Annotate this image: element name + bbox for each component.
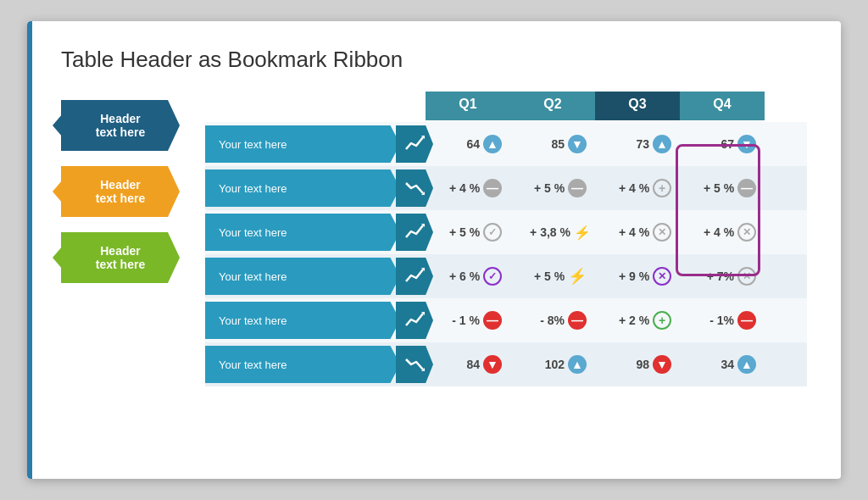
plus-green-icon: +	[653, 311, 671, 330]
table-row: Your text here 64 ▲ 85	[205, 122, 807, 166]
x-purple-icon: ✕	[653, 267, 671, 286]
cells-6: 84 ▼ 102 ▲ 98 ▼ 34 ▲	[433, 355, 807, 374]
cell-5-2: - 8% —	[518, 311, 603, 330]
cell-6-1: 84 ▼	[433, 355, 518, 374]
cell-2-3: + 4 % +	[603, 179, 687, 197]
cells-1: 64 ▲ 85 ▼ 73 ▲ 67 ▼	[433, 135, 807, 153]
content-area: Headertext here Headertext here Headerte…	[61, 92, 807, 386]
down-icon: ▼	[737, 135, 756, 153]
table-row: Your text here - 1 % — - 8%	[205, 298, 807, 342]
q2-header: Q2	[510, 92, 595, 120]
cell-6-4: 34 ▲	[687, 355, 772, 374]
cell-2-1: + 4 % —	[433, 179, 518, 197]
up-blue-icon: ▲	[568, 355, 587, 374]
down-red-icon: ▼	[653, 355, 671, 374]
cell-5-3: + 2 % +	[603, 311, 687, 330]
cell-1-3: 73 ▲	[603, 135, 687, 153]
row-label-5: Your text here	[205, 302, 400, 339]
cells-2: + 4 % — + 5 % — + 4 % + + 5 %	[433, 179, 807, 197]
cells-3: + 5 % ✓ + 3,8 % ⚡ + 4 % ✕ + 4 %	[433, 223, 807, 242]
cell-1-2: 85 ▼	[518, 135, 603, 153]
cell-4-3: + 9 % ✕	[603, 267, 687, 286]
q4-header: Q4	[680, 92, 765, 120]
slide: Table Header as Bookmark Ribbon Headerte…	[27, 21, 841, 479]
table-area: Q1 Q2 Q3 Q4 Your text here	[205, 92, 807, 386]
cell-3-3: + 4 % ✕	[603, 223, 687, 242]
cells-5: - 1 % — - 8% — + 2 % + - 1%	[433, 311, 807, 330]
up-blue-icon: ▲	[737, 355, 756, 374]
q1-header: Q1	[426, 92, 510, 120]
down-icon: ▼	[568, 135, 587, 153]
cell-3-2: + 3,8 % ⚡	[518, 223, 603, 242]
minus-red-icon: —	[483, 311, 502, 330]
table-row: Your text here + 5 % ✓ + 3,8 %	[205, 210, 807, 254]
cell-4-1: + 6 % ✓	[433, 267, 518, 286]
quarter-headers: Q1 Q2 Q3 Q4	[426, 92, 807, 120]
minus-icon: —	[737, 179, 756, 197]
cell-2-4: + 5 % —	[687, 179, 772, 197]
row-label-2: Your text here	[205, 169, 400, 207]
legend-item-green: Headertext here	[61, 232, 180, 283]
cell-6-3: 98 ▼	[603, 355, 687, 374]
row-label-1: Your text here	[205, 125, 400, 163]
minus-icon: —	[483, 179, 502, 197]
minus-red-icon: —	[568, 311, 587, 330]
bookmark-label-blue: Headertext here	[61, 100, 180, 151]
table-row: Your text here + 6 % ✓ + 5 %	[205, 254, 807, 298]
row-label-4: Your text here	[205, 258, 400, 295]
down-red-icon: ▼	[483, 355, 502, 374]
cell-5-1: - 1 % —	[433, 311, 518, 330]
minus-icon: —	[568, 179, 587, 197]
legend-item-blue: Headertext here	[61, 100, 180, 151]
bookmark-label-green: Headertext here	[61, 232, 180, 283]
cell-4-4: + 7% ✕	[687, 267, 772, 286]
cell-5-4: - 1% —	[687, 311, 772, 330]
cell-6-2: 102 ▲	[518, 355, 603, 374]
row-icon-4	[396, 258, 433, 295]
x-icon: ✕	[737, 267, 756, 286]
x-icon: ✕	[653, 223, 671, 242]
x-icon: ✕	[737, 223, 756, 242]
bolt-warning-icon: ⚡	[568, 267, 587, 286]
row-icon-1	[396, 125, 433, 163]
legend-item-orange: Headertext here	[61, 166, 180, 217]
bookmark-label-orange: Headertext here	[61, 166, 180, 217]
row-label-6: Your text here	[205, 346, 400, 383]
legend: Headertext here Headertext here Headerte…	[61, 100, 180, 386]
bolt-icon: ⚡	[574, 225, 591, 241]
table-row: Your text here 84 ▼ 102	[205, 342, 807, 386]
table-rows: Your text here 64 ▲ 85	[205, 122, 807, 386]
table-row: Your text here + 4 % — + 5 %	[205, 166, 807, 210]
up-icon: ▲	[653, 135, 671, 153]
row-label-3: Your text here	[205, 214, 400, 251]
q3-header: Q3	[595, 92, 680, 120]
plus-outline-icon: +	[653, 179, 671, 197]
minus-red-icon: —	[737, 311, 756, 330]
row-icon-2	[396, 169, 433, 207]
cell-3-4: + 4 % ✕	[687, 223, 772, 242]
row-icon-3	[396, 214, 433, 251]
check-icon: ✓	[483, 223, 502, 242]
cell-1-1: 64 ▲	[433, 135, 518, 153]
slide-title: Table Header as Bookmark Ribbon	[61, 47, 807, 73]
cell-4-2: + 5 % ⚡	[518, 267, 603, 286]
check-purple-icon: ✓	[483, 267, 502, 286]
cell-1-4: 67 ▼	[687, 135, 772, 153]
cells-4: + 6 % ✓ + 5 % ⚡ + 9 % ✕ + 7%	[433, 267, 807, 286]
row-icon-6	[396, 346, 433, 383]
row-icon-5	[396, 302, 433, 339]
cell-3-1: + 5 % ✓	[433, 223, 518, 242]
slide-accent	[27, 21, 32, 479]
cell-2-2: + 5 % —	[518, 179, 603, 197]
up-icon: ▲	[483, 135, 502, 153]
